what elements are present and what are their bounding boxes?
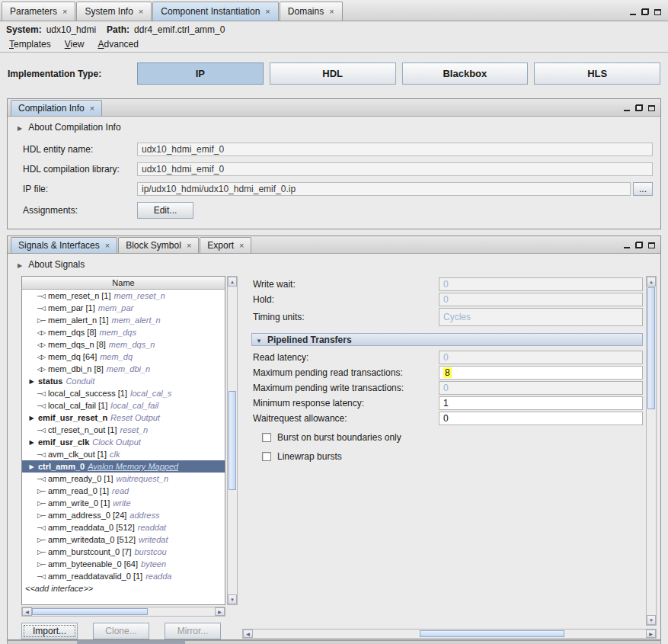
scroll-down-icon[interactable] bbox=[228, 594, 237, 604]
property-field[interactable]: 0 bbox=[439, 412, 643, 425]
scrollbar-thumb[interactable] bbox=[229, 391, 236, 490]
tree-item[interactable]: ─◁ amm_readdata_0 [512] readdat bbox=[22, 521, 225, 533]
tree-item[interactable]: ─◁ amm_ready_0 [1] waitrequest_n bbox=[22, 473, 225, 485]
tree-item[interactable]: ▶ ctrl_amm_0 Avalon Memory Mapped bbox=[22, 460, 225, 473]
tree-item[interactable]: ▷─ mem_alert_n [1] mem_alert_n bbox=[22, 314, 225, 326]
add-interface-item[interactable]: <<add interface>> bbox=[22, 582, 225, 594]
close-icon[interactable] bbox=[239, 242, 244, 250]
tree-item[interactable]: ▶ emif_usr_clk Clock Output bbox=[22, 436, 225, 448]
panel-tab[interactable]: Block Symbol bbox=[118, 237, 199, 253]
tree-action-button[interactable]: Import... bbox=[21, 623, 78, 639]
tree-item[interactable]: ▷─ amm_burstcount_0 [7] burstcou bbox=[22, 546, 225, 558]
minimize-icon[interactable] bbox=[630, 9, 636, 15]
close-icon[interactable] bbox=[62, 8, 67, 16]
editor-tab[interactable]: Domains bbox=[280, 2, 343, 21]
scroll-down-icon[interactable] bbox=[647, 615, 656, 625]
scroll-right-icon[interactable] bbox=[215, 607, 225, 616]
close-icon[interactable] bbox=[329, 8, 334, 16]
ip-file-field[interactable]: ip/udx10_hdmi/udx10_hdmi_emif_0.ip bbox=[137, 182, 631, 196]
implementation-type-button[interactable]: Blackbox bbox=[402, 62, 529, 85]
scrollbar-thumb[interactable] bbox=[420, 630, 564, 637]
tab-compilation-info[interactable]: Compilation Info bbox=[11, 100, 102, 116]
float-icon[interactable] bbox=[641, 8, 649, 15]
tree-item[interactable]: ─◁ mem_reset_n [1] mem_reset_n bbox=[22, 290, 225, 302]
implementation-type-label: Implementation Type: bbox=[8, 69, 131, 79]
scroll-left-icon[interactable] bbox=[22, 607, 32, 616]
property-field[interactable]: 0 bbox=[439, 351, 643, 364]
tree-item[interactable]: ─◁ ctl_reset_n_out [1] reset_n bbox=[22, 424, 225, 436]
close-icon[interactable] bbox=[105, 242, 110, 250]
text-field[interactable]: udx10_hdmi_emif_0 bbox=[137, 143, 653, 156]
maximize-icon[interactable] bbox=[648, 105, 655, 111]
tree-item[interactable]: ◁▷ mem_dqs_n [8] mem_dqs_n bbox=[22, 338, 225, 351]
minimize-icon[interactable] bbox=[624, 242, 630, 248]
tree-item[interactable]: ▷─ amm_read_0 [1] read bbox=[22, 485, 225, 497]
bidir-port-icon: ◁▷ bbox=[34, 366, 48, 373]
tree-vertical-scrollbar[interactable] bbox=[227, 276, 238, 605]
tree-action-button[interactable]: Mirror... bbox=[165, 623, 221, 639]
close-icon[interactable] bbox=[187, 242, 191, 250]
property-field[interactable]: 8 bbox=[439, 366, 643, 380]
close-icon[interactable] bbox=[265, 8, 270, 16]
tree-item[interactable]: ▷─ amm_writedata_0 [512] writedat bbox=[22, 533, 225, 546]
implementation-type-button[interactable]: HLS bbox=[534, 62, 660, 85]
tree-item[interactable]: ◁▷ mem_dqs [8] mem_dqs bbox=[22, 326, 225, 338]
property-value: 0 bbox=[443, 279, 449, 290]
scrollbar-thumb[interactable] bbox=[647, 287, 655, 409]
tree-item[interactable]: ▶ status Conduit bbox=[22, 375, 225, 387]
tree-item[interactable]: ─◁ amm_readdatavalid_0 [1] readda bbox=[22, 570, 225, 582]
property-field[interactable]: 1 bbox=[439, 396, 643, 410]
about-signals-toggle[interactable]: About Signals bbox=[8, 254, 660, 274]
editor-tab[interactable]: System Info bbox=[76, 2, 152, 21]
panel-tab[interactable]: Export bbox=[200, 237, 251, 253]
tree-item[interactable]: ◁▷ mem_dq [64] mem_dq bbox=[22, 351, 225, 363]
property-field[interactable]: 0 bbox=[439, 293, 643, 306]
scroll-right-icon[interactable] bbox=[646, 630, 656, 638]
tree-action-button[interactable]: Clone... bbox=[93, 623, 149, 639]
minimize-icon[interactable] bbox=[624, 105, 630, 111]
text-field[interactable]: udx10_hdmi_emif_0 bbox=[137, 162, 653, 176]
maximize-icon[interactable] bbox=[648, 242, 655, 248]
menu-item[interactable]: Advanced bbox=[92, 37, 145, 51]
pipelined-transfers-section-header[interactable]: Pipelined Transfers bbox=[251, 333, 643, 346]
property-field[interactable]: 0 bbox=[439, 277, 643, 291]
tree-item[interactable]: ─◁ mem_par [1] mem_par bbox=[22, 302, 225, 314]
scroll-up-icon[interactable] bbox=[228, 277, 237, 287]
float-icon[interactable] bbox=[635, 242, 643, 248]
browse-button[interactable]: ... bbox=[633, 182, 653, 196]
collapsed-panel-tab[interactable] bbox=[77, 641, 185, 644]
implementation-type-button[interactable]: HDL bbox=[270, 62, 396, 85]
maximize-icon[interactable] bbox=[654, 9, 661, 15]
checkbox[interactable] bbox=[262, 452, 271, 461]
tree-name-column-header[interactable]: Name bbox=[22, 277, 225, 290]
panel-tab[interactable]: Signals & Interfaces bbox=[11, 237, 117, 253]
tree-item[interactable]: ▷─ amm_write_0 [1] write bbox=[22, 497, 225, 509]
checkbox[interactable] bbox=[262, 433, 271, 442]
implementation-type-button[interactable]: IP bbox=[137, 62, 264, 85]
menu-item[interactable]: View bbox=[59, 37, 91, 51]
menu-item[interactable]: Templates bbox=[3, 37, 57, 51]
tree-item[interactable]: ◁▷ mem_dbi_n [8] mem_dbi_n bbox=[22, 363, 225, 375]
scroll-up-icon[interactable] bbox=[647, 277, 656, 287]
edit-assignments-button[interactable]: Edit... bbox=[137, 202, 193, 219]
properties-horizontal-scrollbar[interactable] bbox=[242, 629, 657, 639]
scroll-left-icon[interactable] bbox=[243, 630, 253, 638]
close-icon[interactable] bbox=[90, 104, 94, 113]
tree-item[interactable]: ▷─ amm_address_0 [24] address bbox=[22, 509, 225, 521]
property-field[interactable]: 0 bbox=[439, 381, 643, 395]
tree-item[interactable]: ─◁ avm_clk_out [1] clk bbox=[22, 448, 225, 460]
property-field[interactable]: Cycles bbox=[439, 308, 643, 326]
properties-vertical-scrollbar[interactable] bbox=[646, 276, 657, 626]
editor-tab[interactable]: Parameters bbox=[2, 2, 75, 21]
tree-item[interactable]: ─◁ local_cal_fail [1] local_cal_fail bbox=[22, 399, 225, 412]
tree-item[interactable]: ─◁ local_cal_success [1] local_cal_s bbox=[22, 387, 225, 399]
float-icon[interactable] bbox=[635, 104, 643, 111]
tree-item[interactable]: ▷─ amm_byteenable_0 [64] byteen bbox=[22, 558, 225, 570]
about-compilation-info-toggle[interactable]: About Compilation Info bbox=[8, 117, 660, 136]
property-row: Hold: 0 bbox=[251, 293, 643, 306]
tree-item[interactable]: ▶ emif_usr_reset_n Reset Output bbox=[22, 412, 225, 424]
editor-tab[interactable]: Component Instantiation bbox=[152, 2, 279, 21]
close-icon[interactable] bbox=[139, 8, 143, 16]
scrollbar-thumb[interactable] bbox=[32, 608, 148, 615]
tree-horizontal-scrollbar[interactable] bbox=[21, 607, 225, 617]
